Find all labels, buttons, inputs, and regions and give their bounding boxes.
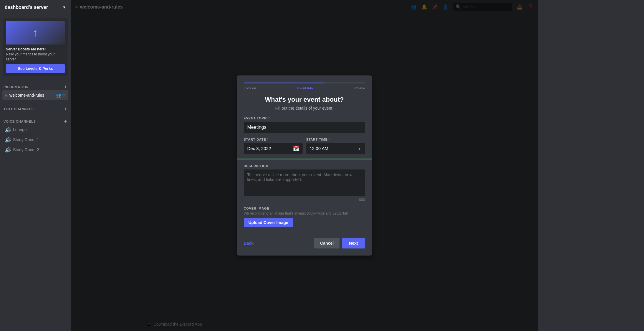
boost-card-image: ↑ [6,21,65,45]
back-button[interactable]: Back [244,241,254,246]
modal-footer: Back Cancel Next [244,233,365,248]
text-channel-icon: # [5,92,8,98]
steps-bar [244,83,365,83]
step-label-event-info: Event Info [297,86,313,90]
main-content: # welcome-and-rules 👥 🔔 📌 👤 🔍 Search 📥 ❓ [71,0,538,331]
information-label: INFORMATION [4,85,29,89]
modal-subtitle: Fill out the details of your event. [244,106,365,111]
sidebar: dashboard's server ▼ ✕ ↑ Server Boosts a… [0,0,71,331]
cover-image-label: COVER IMAGE [244,207,365,210]
voice-channels-label: VOICE CHANNELS [4,120,36,123]
boost-card: ✕ ↑ Server Boosts are here! Rally your f… [3,18,68,76]
voice-icon: 🔊 [5,136,11,143]
step-label-location: Location [244,86,256,90]
channel-members-icon[interactable]: 👥 [56,93,61,98]
start-time-group: START TIME * 12:00 AM 12:30 AM 1:00 AM 1… [306,138,365,154]
information-section: INFORMATION + # welcome-and-rules 👥 ⚙ [0,79,71,101]
information-section-header[interactable]: INFORMATION + [2,84,68,90]
start-time-select[interactable]: 12:00 AM 12:30 AM 1:00 AM 1:30 AM [306,143,365,154]
event-modal: Location Event Info Review What's your e… [237,75,372,256]
green-separator [237,159,372,159]
time-select-wrapper: 12:00 AM 12:30 AM 1:00 AM 1:30 AM ▼ [306,143,365,154]
date-input-wrapper: 📅 [244,143,303,154]
channel-welcome-and-rules[interactable]: # welcome-and-rules 👥 ⚙ [2,90,68,100]
start-date-label: START DATE * [244,138,303,141]
server-chevron-icon: ▼ [62,5,66,9]
cover-image-hint: We recommend an image that's at least 80… [244,211,365,215]
modal-overlay: Location Event Info Review What's your e… [71,0,538,331]
text-channels-header[interactable]: TEXT CHANNELS + [2,106,68,112]
description-textarea[interactable] [244,169,365,196]
modal-title: What's your event about? [244,96,365,103]
channel-lounge[interactable]: 🔊 Lounge [2,125,68,135]
start-date-group: START DATE * 📅 [244,138,303,154]
see-levels-perks-button[interactable]: See Levels & Perks [6,64,65,73]
channel-settings-icon[interactable]: ⚙ [62,93,66,98]
channel-study-room-2[interactable]: 🔊 Study Room 2 [2,145,68,155]
upload-cover-image-button[interactable]: Upload Cover Image [244,218,293,227]
next-button[interactable]: Next [342,238,365,248]
voice-icon: 🔊 [5,126,11,133]
step-label-review: Review [354,86,365,90]
step-segment-1 [244,83,284,83]
start-time-label: START TIME * [306,138,365,141]
add-voice-channel-icon[interactable]: + [64,119,67,124]
step-segment-2 [284,83,325,83]
cancel-button[interactable]: Cancel [314,238,340,248]
required-indicator: * [269,116,270,120]
steps-labels: Location Event Info Review [244,85,365,90]
add-channel-icon[interactable]: + [64,84,67,90]
steps-container: Location Event Info Review [244,83,365,90]
event-topic-group: EVENT TOPIC * [244,116,365,133]
voice-channels-section: VOICE CHANNELS + 🔊 Lounge 🔊 Study Room 1… [0,113,71,156]
boost-arrow-icon: ↑ [33,27,38,39]
text-channels-section: TEXT CHANNELS + [0,101,71,113]
event-topic-label: EVENT TOPIC * [244,116,365,120]
description-group: DESCRIPTION 1000 [244,164,365,202]
step-segment-3 [325,83,365,83]
cover-image-group: COVER IMAGE We recommend an image that's… [244,207,365,227]
channel-study-room-1[interactable]: 🔊 Study Room 1 [2,135,68,145]
right-panel [538,0,644,331]
add-text-channel-icon[interactable]: + [64,106,67,112]
date-time-row: START DATE * 📅 START TIME * [244,138,365,154]
server-name: dashboard's server [5,5,48,10]
boost-card-text: Server Boosts are here! Rally your frien… [6,47,65,62]
footer-buttons: Cancel Next [314,238,365,248]
event-topic-input[interactable] [244,122,365,133]
voice-icon: 🔊 [5,146,11,153]
voice-channels-header[interactable]: VOICE CHANNELS + [2,118,68,125]
calendar-icon: 📅 [293,145,299,152]
char-count: 1000 [244,198,365,202]
server-header[interactable]: dashboard's server ▼ [0,0,71,15]
description-label: DESCRIPTION [244,164,365,168]
text-channels-label: TEXT CHANNELS [4,107,34,111]
